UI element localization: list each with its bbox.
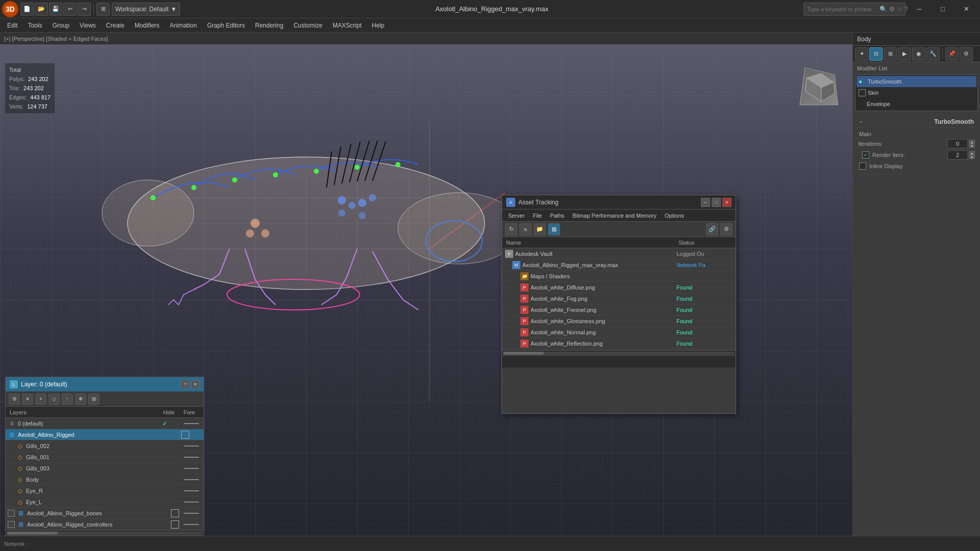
undo-button[interactable]: ↩ xyxy=(63,3,77,16)
layer-add-btn[interactable]: + xyxy=(35,393,46,405)
layer-settings-btn[interactable]: ⚙ xyxy=(9,393,20,405)
layer-collapse-btn[interactable] xyxy=(8,521,15,528)
asset-list-btn[interactable]: ≡ xyxy=(519,223,532,235)
asset-scrollbar[interactable] xyxy=(502,350,736,355)
right-options-btn[interactable]: ⚙ xyxy=(960,47,973,61)
layer-scrollbar[interactable] xyxy=(6,530,204,535)
layer-row[interactable]: ◇ Gills_002 xyxy=(6,440,204,452)
menu-modifiers[interactable]: Modifiers xyxy=(130,20,165,31)
layer-row[interactable]: ⊞ Axolotl_Albino_Rigged_bones xyxy=(6,508,204,519)
asset-close-btn[interactable]: ✕ xyxy=(722,198,732,207)
menu-help[interactable]: Help xyxy=(367,20,390,31)
asset-minimize-btn[interactable]: ─ xyxy=(701,198,710,207)
layer-move-btn[interactable]: ↑ xyxy=(62,393,73,405)
skin-eye[interactable] xyxy=(859,89,866,96)
menu-edit[interactable]: Edit xyxy=(2,20,23,31)
menu-rendering[interactable]: Rendering xyxy=(250,20,288,31)
pin-icon-btn[interactable]: 📌 xyxy=(945,47,959,61)
asset-menu-file[interactable]: File xyxy=(529,212,546,220)
render-iters-checkbox[interactable]: ✓ xyxy=(862,151,869,159)
menu-group[interactable]: Group xyxy=(47,20,74,31)
nav-cube[interactable] xyxy=(798,63,844,109)
asset-row[interactable]: P Axolotl_white_Fresnel.png Found xyxy=(502,304,736,316)
ts-collapse-btn[interactable]: − xyxy=(859,118,863,125)
layer-box[interactable] xyxy=(181,431,189,439)
search-icon[interactable]: 🔍 xyxy=(880,6,887,13)
reference-button[interactable]: ⊞ xyxy=(96,3,110,16)
asset-connect-btn[interactable]: 🔗 xyxy=(706,223,718,235)
layer-row[interactable]: ◇ Gills_003 xyxy=(6,463,204,474)
asset-settings-btn[interactable]: ⚙ xyxy=(720,223,733,235)
layer-help-button[interactable]: ? xyxy=(181,380,189,388)
modifier-skin[interactable]: Skin xyxy=(857,87,976,98)
layer-row[interactable]: ◇ Eye_R xyxy=(6,485,204,496)
layer-select-btn[interactable]: ◇ xyxy=(48,393,60,405)
asset-row[interactable]: V Autodesk Vault Logged Ou xyxy=(502,248,736,259)
layer-row[interactable]: ⊞ Axolotl_Albino_Rigged xyxy=(6,429,204,440)
search-input[interactable] xyxy=(807,6,877,12)
layer-row[interactable]: ◇ Eye_L xyxy=(6,496,204,508)
layer-delete-btn[interactable]: ✕ xyxy=(22,393,33,405)
menu-views[interactable]: Views xyxy=(74,20,101,31)
layer-freeze-btn[interactable]: ❄ xyxy=(75,393,86,405)
modify-icon-btn[interactable]: ⊟ xyxy=(869,47,883,61)
maximize-button[interactable]: □ xyxy=(931,2,954,17)
modifier-turbosmooth[interactable]: ● TurboSmooth xyxy=(857,76,976,87)
layer-close-button[interactable]: ✕ xyxy=(191,380,199,388)
save-button[interactable]: 💾 xyxy=(49,3,62,16)
asset-row[interactable]: P Axolotl_white_Glossiness.png Found xyxy=(502,316,736,327)
menu-maxscript[interactable]: MAXScript xyxy=(328,20,367,31)
menu-graph-editors[interactable]: Graph Editors xyxy=(202,20,250,31)
iterations-up[interactable]: ▲ xyxy=(969,140,975,144)
menu-tools[interactable]: Tools xyxy=(23,20,47,31)
asset-refresh-btn[interactable]: ↻ xyxy=(505,223,517,235)
layer-row[interactable]: ◇ Gills_001 xyxy=(6,452,204,463)
layer-row[interactable]: ≡ 0 (default) ✓ xyxy=(6,418,204,429)
iterations-value[interactable]: 0 xyxy=(947,139,968,148)
asset-scroll-thumb[interactable] xyxy=(503,352,544,355)
options-icon[interactable]: ⚙ xyxy=(889,6,895,13)
minimize-button[interactable]: ─ xyxy=(908,2,931,17)
asset-row[interactable]: P Axolotl_white_Fog.png Found xyxy=(502,293,736,304)
asset-row[interactable]: 📁 Maps / Shaders xyxy=(502,271,736,282)
asset-path-btn[interactable]: 📁 xyxy=(534,223,546,235)
redo-button[interactable]: ↪ xyxy=(78,3,91,16)
layer-row[interactable]: ◇ Body xyxy=(6,474,204,485)
hierarchy-icon-btn[interactable]: ⊞ xyxy=(884,47,897,61)
layer-collapse-btn[interactable] xyxy=(8,510,15,517)
render-iters-value[interactable]: 2 xyxy=(947,150,968,160)
nav-cube-inner[interactable] xyxy=(799,67,838,105)
iterations-down[interactable]: ▼ xyxy=(969,144,975,148)
asset-table-btn[interactable]: ▦ xyxy=(548,223,560,235)
new-button[interactable]: 📄 xyxy=(20,3,34,16)
asset-menu-paths[interactable]: Paths xyxy=(546,212,568,220)
asset-row[interactable]: P Axolotl_white_Reflection.png Found xyxy=(502,338,736,349)
workspace-dropdown[interactable]: Workspace: Default ▼ xyxy=(112,3,180,16)
asset-menu-server[interactable]: Server xyxy=(504,212,529,220)
open-button[interactable]: 📂 xyxy=(35,3,48,16)
menu-animation[interactable]: Animation xyxy=(165,20,202,31)
layer-options-btn[interactable]: ⊞ xyxy=(88,393,99,405)
render-iters-down[interactable]: ▼ xyxy=(969,155,975,159)
layer-box[interactable] xyxy=(171,509,179,517)
menu-customize[interactable]: Customize xyxy=(288,20,328,31)
turbosmooth-eye[interactable]: ● xyxy=(859,78,866,85)
asset-maximize-btn[interactable]: □ xyxy=(712,198,721,207)
display-icon-btn[interactable]: ◉ xyxy=(912,47,925,61)
layer-scroll-thumb[interactable] xyxy=(7,532,58,535)
layer-row[interactable]: ⊞ Axolotl_Albino_Rigged_controllers xyxy=(6,519,204,530)
inline-display-checkbox[interactable] xyxy=(859,163,866,170)
create-icon-btn[interactable]: ✦ xyxy=(855,47,868,61)
render-iters-up[interactable]: ▲ xyxy=(969,151,975,155)
menu-create[interactable]: Create xyxy=(101,20,130,31)
motion-icon-btn[interactable]: ▶ xyxy=(898,47,911,61)
close-button[interactable]: ✕ xyxy=(954,2,978,17)
asset-menu-bitmap[interactable]: Bitmap Performance and Memory xyxy=(568,212,660,220)
utilities-icon-btn[interactable]: 🔧 xyxy=(926,47,940,61)
layer-box[interactable] xyxy=(171,520,179,529)
asset-row[interactable]: P Axolotl_white_Diffuse.png Found xyxy=(502,282,736,293)
star-icon[interactable]: ☆ xyxy=(897,6,902,13)
asset-row[interactable]: P Axolotl_white_Normal.png Found xyxy=(502,327,736,338)
asset-row[interactable]: M Axolotl_Albino_Rigged_max_vray.max Net… xyxy=(502,259,736,271)
modifier-envelope[interactable]: Envelope xyxy=(857,98,976,110)
